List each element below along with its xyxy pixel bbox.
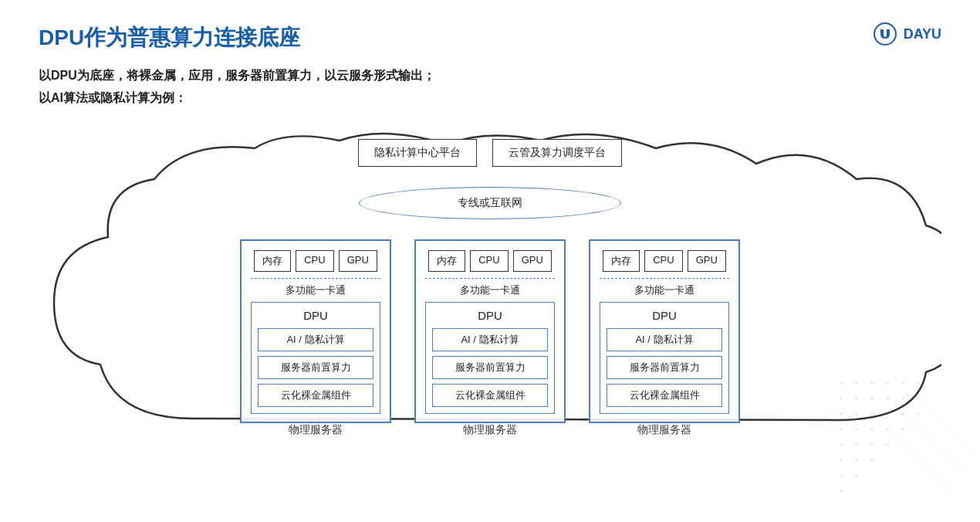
svg-point-13 bbox=[840, 412, 843, 415]
svg-line-35 bbox=[903, 414, 965, 476]
svg-point-3 bbox=[870, 381, 874, 385]
svg-point-7 bbox=[840, 397, 843, 400]
server-3-dpu-box: DPU AI / 隐私计算 服务器前置算力 云化裸金属组件 bbox=[600, 302, 729, 414]
server-3-memory: 内存 bbox=[603, 250, 640, 272]
subtitle: 以DPU为底座，将裸金属，应用，服务器前置算力，以云服务形式输出； 以AI算法或… bbox=[39, 65, 941, 110]
server-3-divider bbox=[600, 278, 729, 279]
server-2-divider bbox=[425, 278, 555, 279]
svg-point-10 bbox=[886, 397, 889, 400]
svg-point-8 bbox=[855, 397, 858, 400]
logo-text: DAYU bbox=[904, 26, 941, 42]
svg-point-32 bbox=[855, 474, 858, 477]
server-1-memory: 内存 bbox=[254, 250, 291, 272]
server-2-dpu-box: DPU AI / 隐私计算 服务器前置算力 云化裸金属组件 bbox=[425, 302, 555, 414]
server-3-components: 内存 CPU GPU bbox=[603, 250, 726, 272]
server-2-ai: AI / 隐私计算 bbox=[432, 328, 548, 351]
svg-point-29 bbox=[855, 459, 858, 462]
server-1-dpu-title: DPU bbox=[303, 309, 328, 322]
server-2-memory: 内存 bbox=[428, 250, 465, 272]
svg-point-4 bbox=[886, 381, 889, 385]
server-1-divider bbox=[251, 278, 380, 279]
server-1-group: 内存 CPU GPU 多功能一卡通 DPU AI / 隐私计算 服务器前置算力 … bbox=[240, 239, 391, 437]
server-2-group: 内存 CPU GPU 多功能一卡通 DPU AI / 隐私计算 服务器前置算力 … bbox=[414, 239, 566, 437]
svg-line-36 bbox=[918, 398, 972, 453]
logo: DAYU bbox=[873, 22, 941, 46]
background-decoration bbox=[826, 368, 980, 522]
server-3-gpu: GPU bbox=[688, 250, 726, 272]
main-page: DAYU DPU作为普惠算力连接底座 以DPU为底座，将裸金属，应用，服务器前置… bbox=[0, 0, 980, 522]
server-3-multifunction: 多功能一卡通 bbox=[634, 283, 694, 297]
svg-point-31 bbox=[840, 474, 843, 477]
svg-point-9 bbox=[870, 397, 874, 400]
cloud-diagram: 隐私计算中心平台 云管及算力调度平台 专线或互联网 内存 CPU GPU bbox=[39, 125, 941, 457]
svg-point-11 bbox=[901, 397, 904, 400]
server-1-gpu: GPU bbox=[339, 250, 377, 272]
svg-point-20 bbox=[855, 428, 858, 431]
svg-point-21 bbox=[870, 428, 874, 431]
server-3-ai: AI / 隐私计算 bbox=[607, 328, 722, 351]
svg-point-24 bbox=[840, 443, 843, 446]
svg-point-2 bbox=[855, 381, 858, 385]
server-1-multifunction: 多功能一卡通 bbox=[286, 283, 346, 297]
leased-line-row: 专线或互联网 bbox=[359, 187, 621, 219]
svg-line-34 bbox=[887, 429, 949, 491]
platform-row: 隐私计算中心平台 云管及算力调度平台 bbox=[358, 139, 622, 167]
server-1-bare-metal: 云化裸金属组件 bbox=[258, 384, 373, 407]
server-1-ai: AI / 隐私计算 bbox=[258, 328, 373, 351]
server-2-gpu: GPU bbox=[513, 250, 552, 272]
leased-line-ellipse: 专线或互联网 bbox=[359, 187, 621, 219]
server-3-bare-metal: 云化裸金属组件 bbox=[607, 384, 722, 407]
svg-point-26 bbox=[870, 443, 874, 446]
dayu-logo-icon bbox=[873, 22, 897, 46]
leased-line-text: 专线或互联网 bbox=[458, 196, 522, 210]
svg-point-16 bbox=[886, 412, 889, 415]
server-3-cpu: CPU bbox=[644, 250, 682, 272]
server-1-server-compute: 服务器前置算力 bbox=[258, 356, 373, 379]
server-1-label: 物理服务器 bbox=[240, 423, 391, 437]
svg-point-27 bbox=[886, 443, 889, 446]
svg-point-19 bbox=[840, 428, 843, 431]
server-3-server-compute: 服务器前置算力 bbox=[607, 356, 722, 379]
server-2-multifunction: 多功能一卡通 bbox=[460, 283, 520, 297]
server-1-components: 内存 CPU GPU bbox=[254, 250, 377, 272]
server-2-box: 内存 CPU GPU 多功能一卡通 DPU AI / 隐私计算 服务器前置算力 … bbox=[414, 239, 566, 423]
subtitle-line2: 以AI算法或隐私计算为例： bbox=[39, 87, 941, 110]
svg-point-33 bbox=[840, 490, 843, 493]
server-3-dpu-title: DPU bbox=[652, 309, 677, 322]
svg-point-6 bbox=[917, 381, 920, 385]
svg-point-15 bbox=[870, 412, 874, 415]
svg-point-14 bbox=[855, 412, 858, 415]
page-title: DPU作为普惠算力连接底座 bbox=[39, 23, 941, 53]
svg-point-5 bbox=[901, 381, 904, 385]
platform-box-cloud: 云管及算力调度平台 bbox=[492, 139, 622, 167]
server-2-server-compute: 服务器前置算力 bbox=[432, 356, 548, 379]
server-3-box: 内存 CPU GPU 多功能一卡通 DPU AI / 隐私计算 服务器前置算力 … bbox=[589, 239, 740, 423]
svg-point-23 bbox=[901, 428, 904, 431]
server-2-bare-metal: 云化裸金属组件 bbox=[432, 384, 548, 407]
server-1-box: 内存 CPU GPU 多功能一卡通 DPU AI / 隐私计算 服务器前置算力 … bbox=[240, 239, 391, 423]
server-2-cpu: CPU bbox=[470, 250, 508, 272]
servers-row: 内存 CPU GPU 多功能一卡通 DPU AI / 隐私计算 服务器前置算力 … bbox=[240, 239, 740, 437]
subtitle-line1: 以DPU为底座，将裸金属，应用，服务器前置算力，以云服务形式输出； bbox=[39, 65, 941, 87]
server-2-components: 内存 CPU GPU bbox=[428, 250, 552, 272]
platform-box-privacy: 隐私计算中心平台 bbox=[358, 139, 477, 167]
server-2-label: 物理服务器 bbox=[414, 423, 566, 437]
svg-point-1 bbox=[840, 381, 843, 385]
svg-point-18 bbox=[917, 412, 920, 415]
svg-point-28 bbox=[840, 459, 843, 462]
server-3-group: 内存 CPU GPU 多功能一卡通 DPU AI / 隐私计算 服务器前置算力 … bbox=[589, 239, 740, 437]
server-1-dpu-box: DPU AI / 隐私计算 服务器前置算力 云化裸金属组件 bbox=[251, 302, 380, 414]
svg-point-30 bbox=[870, 459, 874, 462]
server-3-label: 物理服务器 bbox=[589, 423, 740, 437]
server-1-cpu: CPU bbox=[296, 250, 333, 272]
server-2-dpu-title: DPU bbox=[478, 309, 502, 322]
svg-point-25 bbox=[855, 443, 858, 446]
